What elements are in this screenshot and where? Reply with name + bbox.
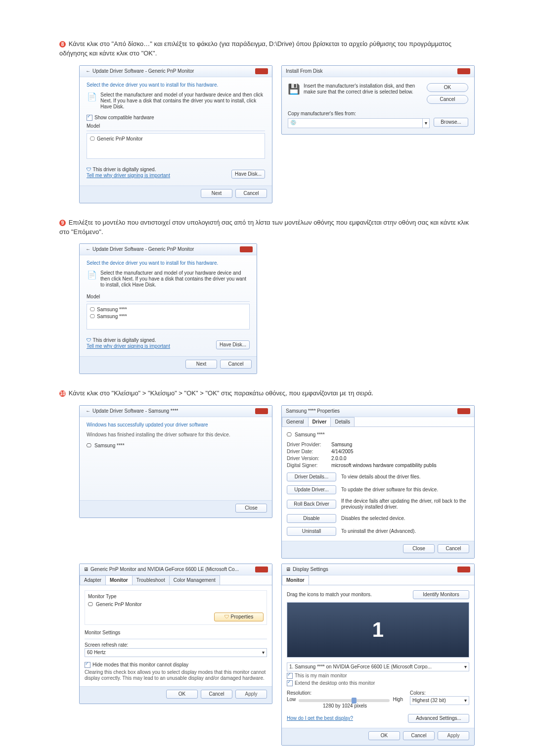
tab-driver[interactable]: Driver (308, 417, 331, 426)
driver-date-k: Driver Date: (287, 449, 327, 455)
hide-modes-desc: Clearing this check box allows you to se… (85, 669, 267, 681)
close-icon[interactable] (255, 408, 268, 414)
hide-modes-label: Hide modes that this monitor cannot disp… (92, 662, 188, 668)
best-display-link[interactable]: How do I get the best display? (287, 715, 408, 721)
colors-dropdown[interactable]: Highest (32 bit) ▾ (410, 696, 469, 705)
dlg-monitor-properties: 🖥 Generic PnP Monitor and NVIDIA GeForce… (79, 564, 272, 746)
model-label: Model (87, 122, 265, 131)
properties-button[interactable]: 🛡 Properties (214, 613, 264, 621)
success-desc: Windows has finished installing the driv… (87, 432, 265, 438)
roll-back-driver-button[interactable]: Roll Back Driver (287, 500, 336, 509)
disk-icon: 💾 (288, 83, 300, 104)
close-icon[interactable] (255, 567, 268, 572)
model-item[interactable]: Samsung **** (97, 314, 127, 319)
dlg-heading: Select the device driver you want to ins… (87, 82, 265, 88)
high-label: High (393, 697, 403, 703)
update-driver-button[interactable]: Update Driver... (287, 485, 336, 494)
cancel-button[interactable]: Cancel (235, 189, 267, 198)
tab-color-management[interactable]: Color Management (169, 575, 220, 585)
signed-label: This driver is digitally signed. (93, 337, 156, 343)
tab-details[interactable]: Details (330, 417, 355, 426)
advanced-settings-button[interactable]: Advanced Settings... (408, 714, 469, 723)
dropdown-arrow-icon[interactable]: ▾ (464, 698, 467, 704)
cancel-button[interactable]: Cancel (438, 544, 469, 553)
ok-button[interactable]: OK (368, 731, 400, 740)
tab-general[interactable]: General (282, 417, 309, 426)
low-label: Low (287, 697, 296, 703)
resolution-slider[interactable] (299, 699, 390, 702)
close-icon[interactable] (255, 68, 268, 74)
signed-link[interactable]: Tell me why driver signing is important (87, 343, 216, 349)
roll-back-driver-desc: If the device fails after updating the d… (341, 498, 469, 510)
success-item: Samsung **** (94, 443, 125, 449)
monitor-icon: 🖵 (90, 314, 95, 319)
dlg-title: Update Driver Software - Generic PnP Mon… (92, 246, 240, 252)
back-icon[interactable]: ← (84, 408, 92, 414)
hide-modes-checkbox[interactable] (85, 662, 90, 668)
back-icon[interactable]: ← (84, 246, 92, 252)
dropdown-arrow-icon[interactable]: ▾ (422, 119, 429, 128)
signed-label: This driver is digitally signed. (93, 167, 156, 172)
dlg-update-driver-1: ← Update Driver Software - Generic PnP M… (79, 65, 272, 203)
close-icon[interactable] (457, 68, 470, 74)
cancel-button[interactable]: Cancel (403, 731, 435, 740)
copy-from-label: Copy manufacturer's files from: (288, 111, 468, 117)
show-compatible-checkbox[interactable] (87, 115, 92, 121)
disable-button[interactable]: Disable (287, 514, 336, 523)
refresh-rate-label: Screen refresh rate: (85, 642, 267, 648)
model-list[interactable]: 🖵Samsung **** 🖵Samsung **** (87, 304, 250, 330)
dropdown-arrow-icon[interactable]: ▾ (464, 664, 467, 670)
main-monitor-checkbox[interactable] (287, 673, 293, 679)
model-item[interactable]: Samsung **** (97, 307, 127, 312)
close-icon[interactable] (457, 408, 470, 414)
badge-8: 8 (59, 41, 66, 47)
copy-from-dropdown[interactable]: 💿 ▾ (288, 118, 430, 128)
close-button[interactable]: Close (235, 504, 267, 513)
browse-button[interactable]: Browse... (434, 118, 468, 127)
uninstall-button[interactable]: Uninstall (287, 527, 336, 536)
back-icon[interactable]: ← (84, 68, 92, 74)
shield-icon: 🛡 (87, 337, 91, 343)
digital-signer-v: microsoft windows hardware compatibility… (331, 463, 469, 469)
tab-monitor[interactable]: Monitor (105, 575, 133, 585)
extend-desktop-checkbox[interactable] (287, 680, 293, 686)
tab-adapter[interactable]: Adapter (80, 575, 106, 585)
ifd-cancel-button[interactable]: Cancel (427, 95, 468, 104)
cancel-button[interactable]: Cancel (201, 690, 232, 699)
badge-10: 10 (59, 390, 66, 397)
ifd-ok-button[interactable]: OK (427, 83, 468, 92)
next-button[interactable]: Next (185, 360, 217, 369)
step-9: 9 Επιλέξτε το μοντέλο που αντιστοιχεί στ… (59, 218, 475, 237)
refresh-rate-dropdown[interactable]: 60 Hertz ▾ (85, 648, 267, 657)
properties-button-label: Properties (231, 614, 254, 619)
extend-desktop-label: Extend the desktop onto this monitor (295, 680, 375, 686)
have-disk-button[interactable]: Have Disk... (231, 170, 265, 179)
close-icon[interactable] (457, 567, 470, 572)
refresh-rate-value: 60 Hertz (87, 650, 262, 656)
colors-label: Colors: (410, 690, 469, 696)
tab-monitor[interactable]: Monitor (282, 575, 309, 585)
main-monitor-label: This is my main monitor (295, 673, 347, 679)
monitor-preview[interactable]: 1 (287, 602, 469, 658)
model-list[interactable]: 🖵Generic PnP Monitor (87, 133, 265, 159)
model-item[interactable]: Generic PnP Monitor (97, 136, 143, 142)
next-button[interactable]: Next (201, 189, 232, 198)
driver-details-button[interactable]: Driver Details... (287, 472, 336, 481)
monitor-select-dropdown[interactable]: 1. Samsung **** on NVIDIA GeForce 6600 L… (287, 662, 469, 671)
apply-button[interactable]: Apply (235, 690, 267, 699)
ok-button[interactable]: OK (166, 690, 198, 699)
identify-monitors-button[interactable]: Identify Monitors (413, 590, 469, 599)
signed-link[interactable]: Tell me why driver signing is important (87, 173, 231, 179)
badge-9: 9 (59, 220, 66, 226)
tab-troubleshoot[interactable]: Troubleshoot (132, 575, 170, 585)
dropdown-arrow-icon[interactable]: ▾ (262, 650, 265, 656)
monitor-icon: 🖵 (87, 443, 91, 449)
cancel-button[interactable]: Cancel (220, 360, 252, 369)
close-button[interactable]: Close (403, 544, 435, 553)
close-icon[interactable] (240, 246, 253, 252)
resolution-label: Resolution: (287, 690, 403, 696)
apply-button[interactable]: Apply (438, 731, 469, 740)
display-settings-title: Display Settings (293, 567, 457, 572)
have-disk-button[interactable]: Have Disk... (216, 340, 250, 349)
monitor-type-label: Monitor Type (88, 594, 264, 600)
